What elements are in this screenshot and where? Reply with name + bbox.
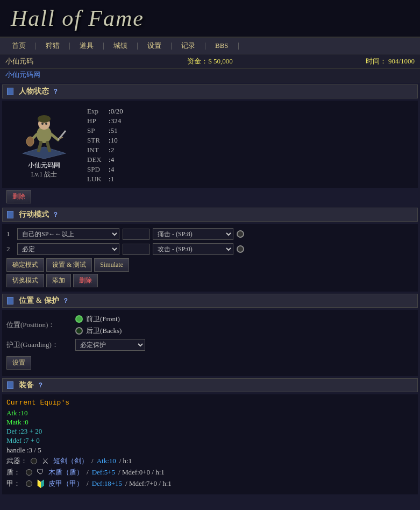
add-action-button[interactable]: 添加 bbox=[46, 274, 71, 287]
current-equips-title: Current Equip's bbox=[6, 399, 414, 407]
position-label: 位置(Position)： bbox=[6, 320, 71, 330]
action-buttons-2: 切换模式 添加 删除 bbox=[6, 274, 414, 287]
shield-def: Def:5+5 bbox=[92, 468, 115, 477]
weapon-icon: ⚔ bbox=[40, 456, 50, 466]
time-display: 时间： 904/1000 bbox=[278, 56, 415, 66]
section-marker bbox=[7, 88, 13, 95]
action-threshold-2[interactable]: 0 bbox=[123, 244, 150, 255]
action-num-1: 1 bbox=[6, 230, 14, 238]
armor-name[interactable]: 皮甲（甲） bbox=[48, 479, 83, 488]
position-section-title: 位置 & 保护 bbox=[19, 296, 59, 306]
gold-label: 资金：$ bbox=[187, 57, 212, 65]
character-class: Lv.1 战士 bbox=[31, 170, 58, 179]
character-section-header: 人物状态 ？ bbox=[2, 84, 418, 98]
position-area: 位置(Position)： 前卫(Front) 后卫(Backs) 护卫(Gua… bbox=[2, 310, 418, 376]
weapon-name[interactable]: 短剑（剑） bbox=[53, 456, 88, 466]
nav-bar: 首页 ｜ 狩猎 ｜ 道具 ｜ 城镇 ｜ 设置 ｜ 记录 ｜ BBS ｜ bbox=[0, 38, 420, 54]
position-set-button-area: 设置 bbox=[6, 354, 414, 372]
simulate-button[interactable]: Simulate bbox=[94, 258, 129, 272]
guard-select[interactable]: 必定保护 不保护 随机保护 bbox=[75, 339, 145, 351]
stat-str: STR : 10 bbox=[87, 136, 123, 145]
equip-section-marker bbox=[7, 381, 13, 389]
shield-radio[interactable] bbox=[26, 469, 32, 476]
guard-label: 护卫(Guarding)： bbox=[6, 340, 71, 350]
nav-hunt[interactable]: 狩猎 bbox=[39, 41, 66, 51]
weapon-radio[interactable] bbox=[31, 458, 37, 464]
position-help-icon[interactable]: ？ bbox=[62, 296, 69, 306]
toggle-mode-button[interactable]: 切换模式 bbox=[6, 274, 44, 287]
armor-def: Def:18+15 bbox=[92, 479, 122, 488]
equip-matk: Matk :0 bbox=[6, 418, 414, 427]
equip-help-icon[interactable]: ？ bbox=[37, 381, 44, 390]
character-section-title: 人物状态 bbox=[19, 87, 49, 96]
svg-line-8 bbox=[39, 143, 41, 151]
armor-radio[interactable] bbox=[26, 480, 32, 487]
position-front-radio[interactable] bbox=[75, 315, 83, 323]
set-test-button[interactable]: 设置 & 测试 bbox=[46, 258, 92, 272]
character-svg bbox=[12, 105, 76, 159]
position-row: 位置(Position)： 前卫(Front) 后卫(Backs) bbox=[6, 314, 414, 336]
confirm-mode-button[interactable]: 确定模式 bbox=[6, 258, 44, 272]
action-section-header: 行动模式 ？ bbox=[2, 208, 418, 222]
nav-records[interactable]: 记录 bbox=[175, 41, 202, 51]
delete-character-button[interactable]: 删除 bbox=[6, 190, 31, 203]
action-skill-1[interactable]: 痛击 - (SP:8) 攻击 - (SP:0) bbox=[153, 228, 233, 240]
armor-category: 甲： bbox=[6, 479, 23, 488]
page-header: Hall of Fame bbox=[0, 0, 420, 38]
time-value: 904/1000 bbox=[388, 57, 415, 65]
handle-info: handle :3 / 5 bbox=[6, 446, 414, 455]
position-front-option[interactable]: 前卫(Front) bbox=[75, 314, 122, 324]
shield-name[interactable]: 木盾（盾） bbox=[48, 468, 83, 477]
stat-exp: Exp : 0/20 bbox=[87, 107, 123, 116]
equip-shield-row: 盾： 🛡 木盾（盾） / Def:5+5 / Mdef:0+0 / h:1 bbox=[6, 468, 414, 477]
nav-items[interactable]: 道具 bbox=[73, 41, 100, 51]
sub-link[interactable]: 小仙元码网 bbox=[5, 70, 40, 79]
action-radio-2[interactable] bbox=[237, 245, 244, 253]
nav-bbs[interactable]: BBS bbox=[209, 41, 235, 50]
position-front-label: 前卫(Front) bbox=[86, 314, 120, 324]
weapon-atk: Atk:10 bbox=[97, 457, 116, 465]
site-name: 小仙元码 bbox=[5, 56, 142, 66]
position-back-radio[interactable] bbox=[75, 327, 83, 335]
weapon-h: / h:1 bbox=[119, 457, 132, 465]
nav-settings[interactable]: 设置 bbox=[141, 41, 168, 51]
shield-detail: / bbox=[87, 468, 89, 477]
equip-atk: Atk :10 bbox=[6, 409, 414, 417]
shield-category: 盾： bbox=[6, 468, 23, 477]
svg-point-3 bbox=[38, 115, 51, 123]
nav-town[interactable]: 城镇 bbox=[107, 41, 134, 51]
page-title: Hall of Fame bbox=[11, 5, 409, 31]
action-skill-2[interactable]: 痛击 - (SP:8) 攻击 - (SP:0) bbox=[153, 243, 233, 255]
position-section-marker bbox=[7, 297, 13, 304]
position-radio-group: 前卫(Front) 后卫(Backs) bbox=[75, 314, 122, 336]
action-threshold-1[interactable]: 8 bbox=[123, 229, 150, 240]
status-bar: 小仙元码 资金：$ 50,000 时间： 904/1000 bbox=[0, 54, 420, 69]
weapon-category: 武器： bbox=[6, 456, 27, 466]
action-condition-1[interactable]: 自己的SP←←以上 必定 bbox=[17, 228, 119, 240]
equip-weapon-row: 武器： ⚔ 短剑（剑） / Atk:10 / h:1 bbox=[6, 456, 414, 466]
sub-link-bar: 小仙元码网 bbox=[0, 69, 420, 82]
equip-section-title: 装备 bbox=[19, 380, 34, 390]
stat-dex: DEX : 4 bbox=[87, 155, 123, 164]
action-buttons: 确定模式 设置 & 测试 Simulate bbox=[6, 258, 414, 272]
equip-area: Current Equip's Atk :10 Matk :0 Def :23 … bbox=[2, 394, 418, 494]
position-section-header: 位置 & 保护 ？ bbox=[2, 294, 418, 308]
time-label: 时间： bbox=[366, 57, 387, 65]
action-radio-1[interactable] bbox=[237, 230, 244, 238]
action-mode-area: 1 自己的SP←←以上 必定 8 痛击 - (SP:8) 攻击 - (SP:0)… bbox=[2, 224, 418, 292]
svg-line-9 bbox=[47, 143, 49, 151]
action-condition-2[interactable]: 自己的SP←←以上 必定 bbox=[17, 243, 119, 255]
character-help-icon[interactable]: ？ bbox=[52, 87, 59, 96]
gold-display: 资金：$ 50,000 bbox=[142, 56, 279, 66]
nav-home[interactable]: 首页 bbox=[5, 41, 32, 51]
weapon-detail: / bbox=[91, 457, 94, 465]
action-section-title: 行动模式 bbox=[19, 210, 49, 219]
character-stats: Exp : 0/20 HP : 324 SP : 51 STR : 10 INT bbox=[87, 105, 123, 183]
stat-hp: HP : 324 bbox=[87, 117, 123, 125]
action-help-icon[interactable]: ？ bbox=[52, 210, 59, 219]
position-back-option[interactable]: 后卫(Backs) bbox=[75, 326, 122, 336]
position-set-button[interactable]: 设置 bbox=[6, 356, 31, 370]
character-name: 小仙元码网 bbox=[28, 161, 60, 170]
delete-action-button[interactable]: 删除 bbox=[73, 274, 98, 287]
svg-line-5 bbox=[52, 134, 58, 140]
